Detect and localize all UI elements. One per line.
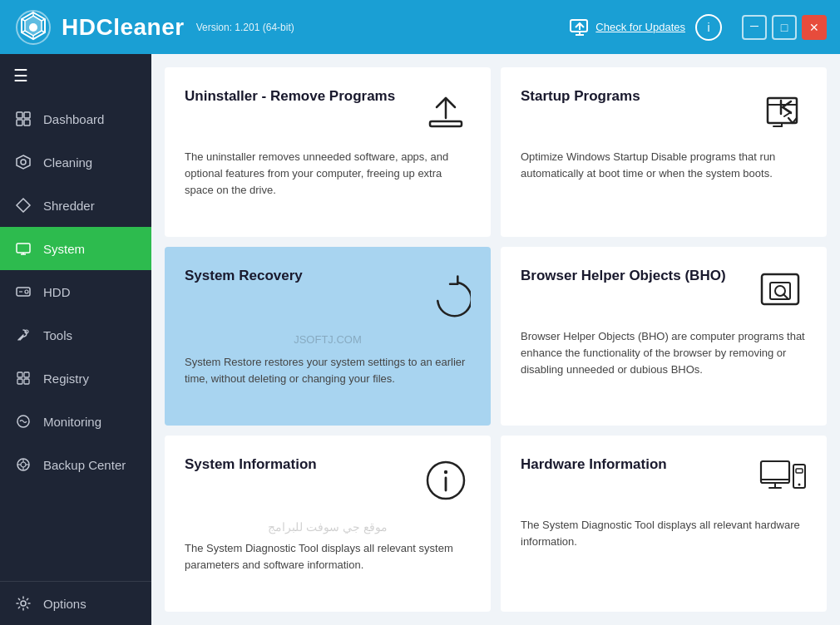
sidebar-label-options: Options — [43, 597, 86, 611]
card-bho-desc: Browser Helper Objects (BHO) are compute… — [521, 328, 807, 378]
system-icon — [13, 239, 33, 258]
sidebar-item-options[interactable]: Options — [0, 582, 151, 625]
check-updates-icon — [569, 17, 590, 38]
app-version: Version: 1.201 (64-bit) — [196, 22, 294, 33]
uninstaller-icon — [421, 87, 471, 137]
card-recovery[interactable]: System Recovery JSOFTJ.COM System Restor… — [165, 247, 491, 426]
info-label: i — [707, 21, 709, 34]
sidebar-item-backup-center[interactable]: Backup Center — [0, 443, 151, 486]
sidebar-label-monitoring: Monitoring — [43, 415, 101, 429]
svg-rect-15 — [24, 112, 30, 118]
svg-rect-42 — [768, 98, 797, 123]
startup-icon — [757, 87, 807, 137]
card-sysinfo[interactable]: System Information موقع جي سوفت للبرامج … — [165, 436, 491, 612]
watermark-arabic: موقع جي سوفت للبرامج — [185, 520, 471, 534]
card-sysinfo-title: System Information — [185, 455, 411, 474]
svg-point-19 — [21, 160, 26, 165]
svg-rect-21 — [17, 244, 30, 253]
hwinfo-icon — [757, 455, 807, 505]
check-updates-button[interactable]: Check for Updates — [569, 17, 685, 38]
hamburger-icon: ☰ — [13, 66, 28, 85]
svg-rect-59 — [796, 469, 803, 473]
sidebar-label-dashboard: Dashboard — [43, 112, 104, 126]
card-startup-desc: Optimize Windows Startup Disable program… — [521, 149, 807, 182]
card-recovery-header: System Recovery — [185, 267, 471, 317]
card-bho[interactable]: Browser Helper Objects (BHO) Browser Hel… — [501, 247, 827, 426]
svg-point-60 — [798, 483, 801, 485]
card-recovery-title: System Recovery — [185, 267, 411, 285]
sysinfo-icon — [421, 455, 471, 505]
card-bho-header: Browser Helper Objects (BHO) — [521, 267, 807, 317]
sidebar-label-hdd: HDD — [43, 285, 71, 299]
sidebar-item-tools[interactable]: Tools — [0, 313, 151, 357]
sidebar-label-backup-center: Backup Center — [43, 458, 126, 472]
sidebar-label-tools: Tools — [43, 328, 72, 342]
svg-rect-17 — [24, 120, 30, 125]
hamburger-menu-button[interactable]: ☰ — [0, 54, 151, 97]
sidebar-item-dashboard[interactable]: Dashboard — [0, 97, 151, 140]
svg-point-53 — [444, 470, 447, 474]
window-controls: ─ □ ✕ — [742, 15, 827, 40]
header-actions: Check for Updates i ─ □ ✕ — [569, 14, 827, 41]
backup-center-icon — [13, 455, 33, 475]
card-hwinfo-desc: The System Diagnostic Tool displays all … — [521, 517, 807, 550]
card-startup-header: Startup Programs — [521, 87, 807, 137]
card-sysinfo-desc: The System Diagnostic Tool displays all … — [185, 540, 471, 573]
sidebar-label-shredder: Shredder — [43, 199, 95, 213]
card-bho-title: Browser Helper Objects (BHO) — [521, 267, 747, 285]
card-hwinfo[interactable]: Hardware Information The Syste — [501, 436, 827, 612]
tools-icon — [13, 325, 33, 345]
main-content: Uninstaller - Remove Programs The uninst… — [151, 54, 840, 625]
card-sysinfo-header: System Information — [185, 455, 471, 505]
close-button[interactable]: ✕ — [802, 15, 827, 40]
card-recovery-desc: System Restore restores your system sett… — [185, 354, 471, 387]
monitoring-icon — [13, 411, 33, 431]
svg-rect-30 — [17, 379, 22, 384]
svg-rect-31 — [24, 379, 29, 384]
check-updates-label: Check for Updates — [595, 21, 685, 33]
card-uninstaller[interactable]: Uninstaller - Remove Programs The uninst… — [165, 67, 491, 237]
svg-rect-16 — [17, 120, 22, 125]
card-hwinfo-title: Hardware Information — [521, 455, 747, 474]
sidebar-item-system[interactable]: System — [0, 227, 151, 270]
sidebar-item-cleaning[interactable]: Cleaning — [0, 140, 151, 184]
bho-icon — [757, 267, 807, 317]
card-startup-title: Startup Programs — [521, 87, 747, 106]
svg-rect-28 — [17, 372, 22, 377]
card-hwinfo-header: Hardware Information — [521, 455, 807, 505]
header: HDCleaner Version: 1.201 (64-bit) Check … — [0, 0, 840, 54]
sidebar-item-shredder[interactable]: Shredder — [0, 184, 151, 227]
svg-point-39 — [21, 601, 26, 606]
svg-rect-29 — [24, 372, 29, 377]
logo-icon — [13, 7, 53, 47]
svg-point-34 — [21, 462, 26, 467]
sidebar-item-hdd[interactable]: HDD — [0, 270, 151, 313]
card-startup[interactable]: Startup Programs — [501, 67, 827, 237]
svg-marker-18 — [17, 155, 30, 169]
sidebar-item-monitoring[interactable]: Monitoring — [0, 400, 151, 443]
app-name: HDCleaner — [62, 14, 185, 41]
sidebar-item-registry[interactable]: Registry — [0, 357, 151, 400]
shredder-icon — [13, 195, 33, 215]
card-uninstaller-desc: The uninstaller removes unneeded softwar… — [185, 149, 471, 199]
recovery-icon — [421, 267, 471, 317]
sidebar: ☰ Dashboard Cleaning Shredder System — [0, 54, 151, 625]
sidebar-label-cleaning: Cleaning — [43, 155, 92, 170]
svg-point-25 — [25, 290, 28, 293]
body: ☰ Dashboard Cleaning Shredder System — [0, 54, 840, 625]
minimize-button[interactable]: ─ — [742, 15, 767, 40]
info-button[interactable]: i — [695, 14, 722, 41]
dashboard-icon — [13, 109, 33, 129]
sidebar-label-registry: Registry — [43, 372, 89, 386]
options-icon — [13, 593, 33, 613]
sidebar-label-system: System — [43, 242, 85, 256]
watermark-jsoftj: JSOFTJ.COM — [185, 333, 471, 346]
svg-rect-14 — [17, 112, 22, 118]
registry-icon — [13, 368, 33, 388]
svg-marker-20 — [17, 199, 30, 212]
cleaning-icon — [13, 152, 33, 172]
maximize-button[interactable]: □ — [772, 15, 797, 40]
hdd-icon — [13, 282, 33, 302]
svg-rect-40 — [430, 121, 462, 126]
card-uninstaller-title: Uninstaller - Remove Programs — [185, 87, 411, 106]
